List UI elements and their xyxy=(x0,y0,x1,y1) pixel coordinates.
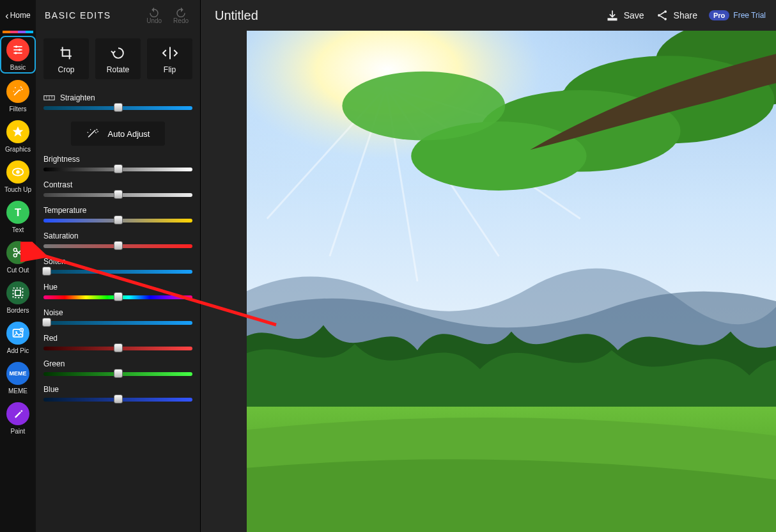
svg-point-5 xyxy=(15,52,17,54)
share-button[interactable]: Share xyxy=(656,9,697,22)
slider-green: Green xyxy=(43,359,192,376)
rail-item-filters[interactable]: Filters xyxy=(1,80,35,113)
rail-item-cutout[interactable]: Cut Out xyxy=(1,241,35,274)
rail-label: Text xyxy=(12,226,24,233)
slider-red: Red xyxy=(43,334,192,350)
chevron-left-icon: ‹ xyxy=(5,11,8,21)
straighten-icon xyxy=(43,94,55,102)
slider-track[interactable] xyxy=(43,295,192,299)
slider-track[interactable] xyxy=(43,244,192,248)
rail-label: Add Pic xyxy=(7,347,29,354)
svg-point-24 xyxy=(664,18,667,20)
slider-track[interactable] xyxy=(43,106,192,110)
main-area: Untitled Save Share Pro Free Trial xyxy=(201,0,776,532)
slider-track[interactable] xyxy=(43,398,192,402)
rail-item-addpic[interactable]: Add Pic xyxy=(1,322,35,354)
svg-point-38 xyxy=(342,72,505,141)
undo-button[interactable]: Undo xyxy=(146,7,162,24)
save-button[interactable]: Save xyxy=(606,9,644,22)
panel-header: BASIC EDITS Undo Redo xyxy=(36,0,200,31)
flip-button[interactable]: Flip xyxy=(147,38,192,79)
slider-thumb[interactable] xyxy=(42,318,51,327)
slider-thumb[interactable] xyxy=(114,241,123,250)
slider-soften: Soften xyxy=(43,257,192,274)
slider-thumb[interactable] xyxy=(114,215,123,224)
home-label: Home xyxy=(10,11,31,20)
slider-thumb[interactable] xyxy=(114,190,123,199)
slider-track[interactable] xyxy=(43,321,192,325)
slider-label: Hue xyxy=(43,283,192,292)
redo-button[interactable]: Redo xyxy=(173,7,189,24)
slider-track[interactable] xyxy=(43,347,192,350)
rail-label: Graphics xyxy=(5,146,31,153)
slider-thumb[interactable] xyxy=(114,164,123,173)
slider-temperature: Temperature xyxy=(43,206,192,223)
rotate-icon xyxy=(110,46,127,60)
panel-title: BASIC EDITS xyxy=(45,10,140,20)
slider-noise: Noise xyxy=(43,308,192,325)
slider-label: Soften xyxy=(43,257,192,266)
slider-hue: Hue xyxy=(43,283,192,299)
slider-label: Straighten xyxy=(43,93,192,102)
tool-rail: ‹ Home BasicFiltersGraphicsTouch UpTText… xyxy=(0,0,36,532)
slider-thumb[interactable] xyxy=(114,343,123,352)
crop-button[interactable]: Crop xyxy=(43,38,89,79)
slider-thumb[interactable] xyxy=(42,267,51,276)
rail-label: Filters xyxy=(9,106,26,113)
rail-item-graphics[interactable]: Graphics xyxy=(1,120,35,153)
wand-icon xyxy=(86,128,100,139)
slider-thumb[interactable] xyxy=(114,369,123,378)
rotate-button[interactable]: Rotate xyxy=(95,38,141,79)
svg-point-22 xyxy=(658,14,660,17)
touchup-icon xyxy=(6,160,29,184)
redo-icon xyxy=(175,7,187,17)
basic-icon xyxy=(6,38,29,61)
home-button[interactable]: ‹ Home xyxy=(0,3,36,28)
canvas-area[interactable] xyxy=(247,31,776,532)
rail-item-basic[interactable]: Basic xyxy=(1,37,35,72)
slider-label: Green xyxy=(43,359,192,368)
slider-track[interactable] xyxy=(43,270,192,274)
slider-thumb[interactable] xyxy=(114,292,123,301)
svg-point-3 xyxy=(15,45,18,48)
slider-label: Saturation xyxy=(43,231,192,240)
svg-point-23 xyxy=(664,10,667,13)
svg-rect-13 xyxy=(13,288,23,298)
slider-blue: Blue xyxy=(43,385,192,402)
rail-label: Basic xyxy=(10,64,26,71)
paint-icon xyxy=(6,402,29,425)
slider-thumb[interactable] xyxy=(114,395,123,403)
auto-adjust-button[interactable]: Auto Adjust xyxy=(71,121,166,146)
slider-track[interactable] xyxy=(43,168,192,171)
rail-label: Borders xyxy=(6,307,29,314)
borders-icon xyxy=(6,281,29,304)
rail-label: Cut Out xyxy=(7,267,29,274)
share-icon xyxy=(656,9,669,22)
slider-track[interactable] xyxy=(43,372,192,376)
rail-item-borders[interactable]: Borders xyxy=(1,281,35,314)
slider-saturation: Saturation xyxy=(43,231,192,248)
pro-badge[interactable]: Pro Free Trial xyxy=(709,10,766,20)
slider-track[interactable] xyxy=(43,193,192,197)
svg-rect-14 xyxy=(15,290,20,295)
slider-label: Blue xyxy=(43,385,192,394)
crop-icon xyxy=(58,46,75,60)
top-bar: Untitled Save Share Pro Free Trial xyxy=(201,0,776,31)
slider-label: Red xyxy=(43,334,192,343)
cutout-icon xyxy=(6,241,29,264)
edit-panel: BASIC EDITS Undo Redo Crop xyxy=(36,0,201,532)
document-title: Untitled xyxy=(215,8,594,23)
graphics-icon xyxy=(6,120,29,143)
rail-item-touchup[interactable]: Touch Up xyxy=(1,160,35,193)
slider-label: Brightness xyxy=(43,155,192,164)
filters-icon xyxy=(6,80,29,103)
rail-item-text[interactable]: TText xyxy=(1,201,35,233)
slider-contrast: Contrast xyxy=(43,180,192,197)
addpic-icon xyxy=(6,322,29,345)
slider-thumb[interactable] xyxy=(114,103,123,112)
download-icon xyxy=(606,9,619,22)
rail-item-paint[interactable]: Paint xyxy=(1,402,35,435)
photo-placeholder xyxy=(247,31,776,532)
rail-item-meme[interactable]: MEMEMEME xyxy=(1,362,35,395)
slider-track[interactable] xyxy=(43,219,192,223)
